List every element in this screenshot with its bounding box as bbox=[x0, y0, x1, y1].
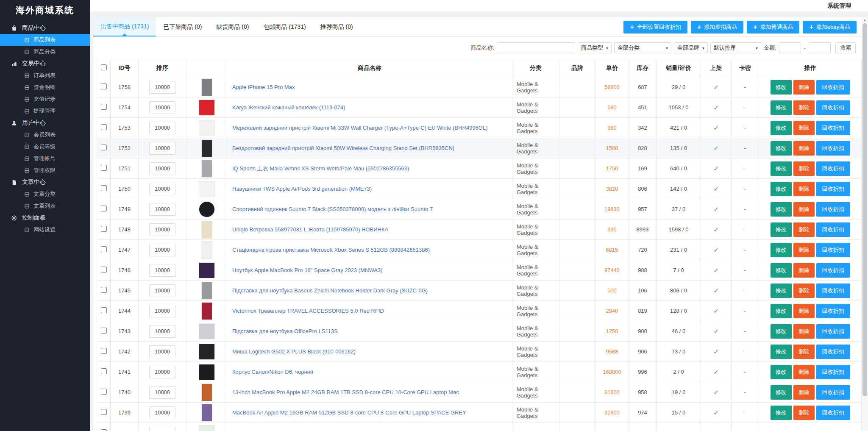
sort-order-input[interactable] bbox=[149, 406, 175, 419]
sidebar-item-recharge-records[interactable]: 充值记录 bbox=[0, 93, 90, 105]
sort-order-input[interactable] bbox=[149, 203, 175, 216]
recycle-discount-button[interactable]: 回收折扣 bbox=[816, 202, 850, 217]
tab-out-of-stock[interactable]: 缺货商品 (0) bbox=[209, 17, 256, 36]
row-checkbox[interactable] bbox=[101, 124, 107, 130]
sidebar-group-trade-center[interactable]: 交易中心 bbox=[0, 58, 90, 70]
recycle-discount-button[interactable]: 回收折扣 bbox=[816, 182, 850, 196]
sidebar-item-article-list[interactable]: 文章列表 bbox=[0, 200, 90, 212]
sidebar-item-member-level[interactable]: 会员等级 bbox=[0, 141, 90, 153]
tab-delisted[interactable]: 已下架商品 (0) bbox=[156, 17, 209, 36]
delete-button[interactable]: 删除 bbox=[793, 324, 815, 339]
row-checkbox[interactable] bbox=[101, 185, 107, 191]
delete-button[interactable]: 删除 bbox=[793, 100, 815, 115]
row-checkbox[interactable] bbox=[101, 226, 107, 232]
amount-to-input[interactable] bbox=[809, 42, 831, 53]
set-recycle-discount-all-button[interactable]: +全部设置回收折扣 bbox=[623, 21, 687, 33]
recycle-discount-button[interactable]: 回收折扣 bbox=[816, 263, 850, 278]
delete-button[interactable]: 删除 bbox=[793, 263, 815, 278]
product-name-link[interactable]: Victorinox Тревеллер TRAVEL ACCESSORIES … bbox=[232, 308, 384, 314]
sort-order-input[interactable] bbox=[149, 244, 175, 256]
delete-button[interactable]: 删除 bbox=[793, 406, 815, 420]
recycle-discount-button[interactable]: 回收折扣 bbox=[816, 385, 850, 400]
sidebar-item-fund-details[interactable]: 资金明细 bbox=[0, 81, 90, 93]
recycle-discount-button[interactable]: 回收折扣 bbox=[816, 284, 850, 298]
edit-button[interactable]: 修改 bbox=[771, 243, 792, 257]
sort-order-input[interactable] bbox=[149, 366, 175, 378]
add-ebay-product-button[interactable]: +添加ebay商品 bbox=[803, 21, 857, 33]
sidebar-item-product-category[interactable]: 商品分类 bbox=[0, 46, 90, 58]
sort-order-input[interactable] bbox=[149, 81, 175, 94]
recycle-discount-button[interactable]: 回收折扣 bbox=[816, 161, 850, 176]
sidebar-item-site-settings[interactable]: 网站设置 bbox=[0, 224, 90, 236]
recycle-discount-button[interactable]: 回收折扣 bbox=[816, 100, 850, 115]
sort-order-input[interactable] bbox=[149, 122, 175, 134]
category-select[interactable]: 全部分类 ▾ bbox=[614, 42, 671, 53]
recycle-discount-button[interactable]: 回收折扣 bbox=[816, 304, 850, 318]
delete-button[interactable]: 删除 bbox=[793, 345, 815, 359]
recycle-discount-button[interactable]: 回收折扣 bbox=[816, 222, 850, 237]
edit-button[interactable]: 修改 bbox=[771, 263, 792, 278]
recycle-discount-button[interactable]: 回收折扣 bbox=[816, 243, 850, 257]
edit-button[interactable]: 修改 bbox=[771, 121, 792, 135]
edit-button[interactable]: 修改 bbox=[771, 385, 792, 400]
sidebar-group-control-panel[interactable]: 控制面板 bbox=[0, 212, 90, 224]
scroll-up-arrow[interactable]: ▲ bbox=[862, 17, 868, 23]
edit-button[interactable]: 修改 bbox=[771, 100, 792, 115]
sidebar-item-withdrawal-management[interactable]: 提现管理 bbox=[0, 105, 90, 117]
row-checkbox[interactable] bbox=[101, 328, 107, 334]
delete-button[interactable]: 删除 bbox=[793, 243, 815, 257]
edit-button[interactable]: 修改 bbox=[771, 182, 792, 196]
row-checkbox[interactable] bbox=[101, 104, 107, 110]
amount-from-input[interactable] bbox=[779, 42, 801, 53]
row-checkbox[interactable] bbox=[101, 246, 107, 252]
product-name-link[interactable]: Миша Logitech G502 X PLUS Black (910-006… bbox=[232, 348, 356, 355]
row-checkbox[interactable] bbox=[101, 206, 107, 211]
sidebar-item-product-list[interactable]: 商品列表 bbox=[0, 34, 90, 46]
sort-order-input[interactable] bbox=[149, 223, 175, 236]
add-normal-product-button[interactable]: +添加普通商品 bbox=[747, 21, 799, 33]
recycle-discount-button[interactable]: 回收折扣 bbox=[816, 345, 850, 359]
sort-order-input[interactable] bbox=[149, 427, 175, 431]
row-checkbox[interactable] bbox=[101, 348, 107, 354]
edit-button[interactable]: 修改 bbox=[771, 80, 792, 95]
scrollbar-thumb[interactable] bbox=[862, 23, 867, 396]
recycle-discount-button[interactable]: 回收折扣 bbox=[816, 324, 850, 339]
product-name-link[interactable]: Мережевий зарядний пристрій Xiaomi Mi 33… bbox=[232, 125, 488, 131]
product-name-link[interactable]: Корпус Canon/Nikon D6, чорний bbox=[232, 369, 313, 375]
select-all-checkbox[interactable] bbox=[101, 64, 107, 70]
row-checkbox[interactable] bbox=[101, 165, 107, 171]
product-type-select[interactable]: 商品类型 ▾ bbox=[578, 42, 612, 53]
product-name-link[interactable]: Стаціонарна ігрова приставка Microsoft X… bbox=[232, 247, 430, 253]
edit-button[interactable]: 修改 bbox=[771, 141, 792, 156]
sidebar-item-order-list[interactable]: 订单列表 bbox=[0, 70, 90, 81]
product-name-input[interactable] bbox=[497, 42, 575, 53]
recycle-discount-button[interactable]: 回收折扣 bbox=[816, 406, 850, 420]
sort-order-input[interactable] bbox=[149, 142, 175, 155]
edit-button[interactable]: 修改 bbox=[771, 304, 792, 318]
delete-button[interactable]: 删除 bbox=[793, 182, 815, 196]
row-checkbox[interactable] bbox=[101, 307, 107, 313]
edit-button[interactable]: 修改 bbox=[771, 406, 792, 420]
brand-select[interactable]: 全部品牌 ▾ bbox=[674, 42, 708, 53]
row-checkbox[interactable] bbox=[101, 145, 107, 150]
tab-free-shipping[interactable]: 包邮商品 (1731) bbox=[256, 17, 313, 36]
sort-order-input[interactable] bbox=[149, 162, 175, 175]
tab-on-sale[interactable]: 出售中商品 (1731) bbox=[93, 17, 156, 36]
edit-button[interactable]: 修改 bbox=[771, 161, 792, 176]
tab-recommended[interactable]: 推荐商品 (0) bbox=[313, 17, 360, 36]
edit-button[interactable]: 修改 bbox=[771, 324, 792, 339]
row-checkbox[interactable] bbox=[101, 368, 107, 374]
product-name-link[interactable]: Навушники TWS Apple AirPods 3rd generati… bbox=[232, 186, 372, 192]
product-name-link[interactable]: Спортивний годинник Suunto 7 Black (SS05… bbox=[232, 206, 433, 212]
system-admin-link[interactable]: 系统管理 bbox=[827, 2, 851, 10]
delete-button[interactable]: 删除 bbox=[793, 222, 815, 237]
row-checkbox[interactable] bbox=[101, 409, 107, 415]
edit-button[interactable]: 修改 bbox=[771, 284, 792, 298]
row-checkbox[interactable] bbox=[101, 287, 107, 293]
sidebar-item-member-list[interactable]: 会员列表 bbox=[0, 129, 90, 141]
sidebar-group-product-center[interactable]: 商品中心 bbox=[0, 22, 90, 34]
sort-order-input[interactable] bbox=[149, 183, 175, 195]
sort-order-input[interactable] bbox=[149, 101, 175, 114]
sidebar-item-admin-accounts[interactable]: 管理帐号 bbox=[0, 153, 90, 164]
edit-button[interactable]: 修改 bbox=[771, 202, 792, 217]
